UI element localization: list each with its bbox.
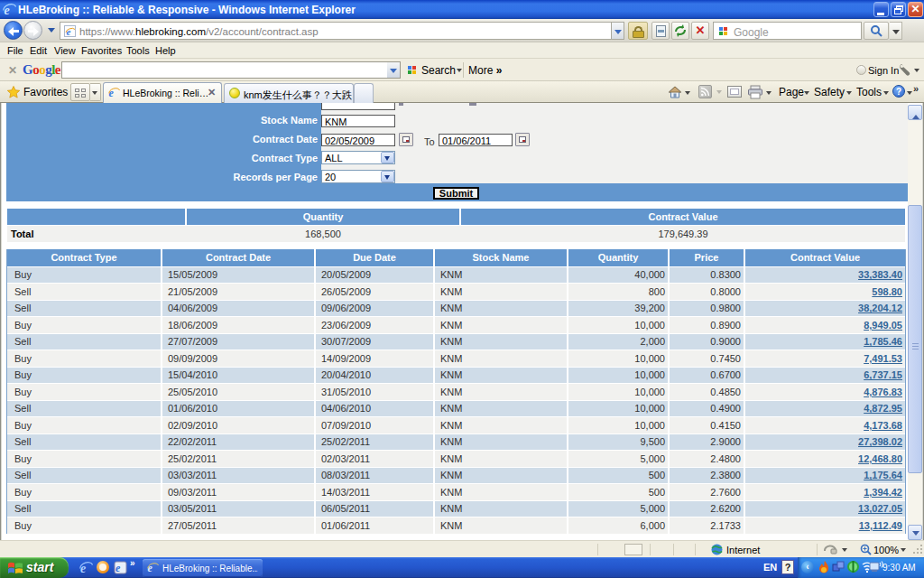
svg-text:e: e xyxy=(116,562,121,574)
svg-text:e: e xyxy=(67,26,71,37)
